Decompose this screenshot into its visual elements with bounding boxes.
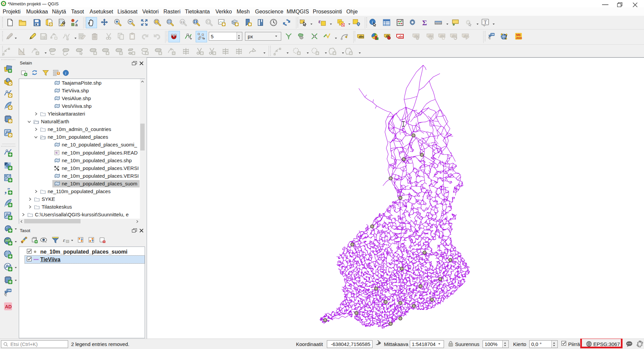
svg-text:abc: abc	[452, 34, 457, 38]
svg-text:a: a	[75, 22, 78, 27]
svg-text:,: ,	[5, 186, 7, 195]
svg-text:abc: abc	[398, 35, 404, 38]
svg-text:abc: abc	[440, 34, 445, 38]
svg-text:Join: Join	[516, 36, 522, 40]
svg-text:i: i	[65, 71, 66, 76]
svg-text:ε: ε	[318, 18, 321, 24]
svg-text:abc: abc	[414, 34, 419, 38]
svg-text:1:1: 1:1	[181, 20, 184, 24]
svg-text:abc: abc	[359, 35, 364, 38]
svg-text:ε: ε	[63, 237, 65, 243]
svg-text:✎: ✎	[55, 151, 58, 155]
svg-text:T: T	[484, 19, 487, 25]
svg-text:abc: abc	[428, 34, 433, 38]
svg-text:AD: AD	[5, 304, 12, 309]
svg-text:Σ: Σ	[422, 18, 427, 27]
svg-text:i: i	[372, 19, 373, 25]
